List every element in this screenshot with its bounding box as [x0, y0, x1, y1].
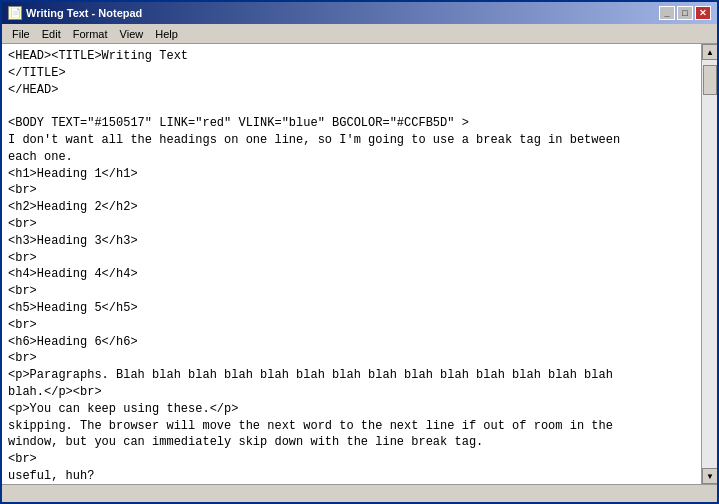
- scroll-up-button[interactable]: ▲: [702, 44, 717, 60]
- menu-bar: File Edit Format View Help: [2, 24, 717, 44]
- title-bar: 📄 Writing Text - Notepad _ □ ✕: [2, 2, 717, 24]
- menu-file[interactable]: File: [6, 27, 36, 41]
- app-icon: 📄: [8, 6, 22, 20]
- close-button[interactable]: ✕: [695, 6, 711, 20]
- menu-edit[interactable]: Edit: [36, 27, 67, 41]
- minimize-button[interactable]: _: [659, 6, 675, 20]
- menu-help[interactable]: Help: [149, 27, 184, 41]
- title-bar-left: 📄 Writing Text - Notepad: [8, 6, 142, 20]
- window-title: Writing Text - Notepad: [26, 7, 142, 19]
- main-window: 📄 Writing Text - Notepad _ □ ✕ File Edit…: [0, 0, 719, 504]
- maximize-button[interactable]: □: [677, 6, 693, 20]
- content-area: ▲ ▼: [2, 44, 717, 484]
- scroll-down-button[interactable]: ▼: [702, 468, 717, 484]
- scroll-thumb[interactable]: [703, 65, 717, 95]
- status-bar: [2, 484, 717, 502]
- menu-format[interactable]: Format: [67, 27, 114, 41]
- menu-view[interactable]: View: [114, 27, 150, 41]
- scroll-track[interactable]: [702, 60, 717, 468]
- text-editor[interactable]: [2, 44, 701, 484]
- scrollbar: ▲ ▼: [701, 44, 717, 484]
- window-controls: _ □ ✕: [659, 6, 711, 20]
